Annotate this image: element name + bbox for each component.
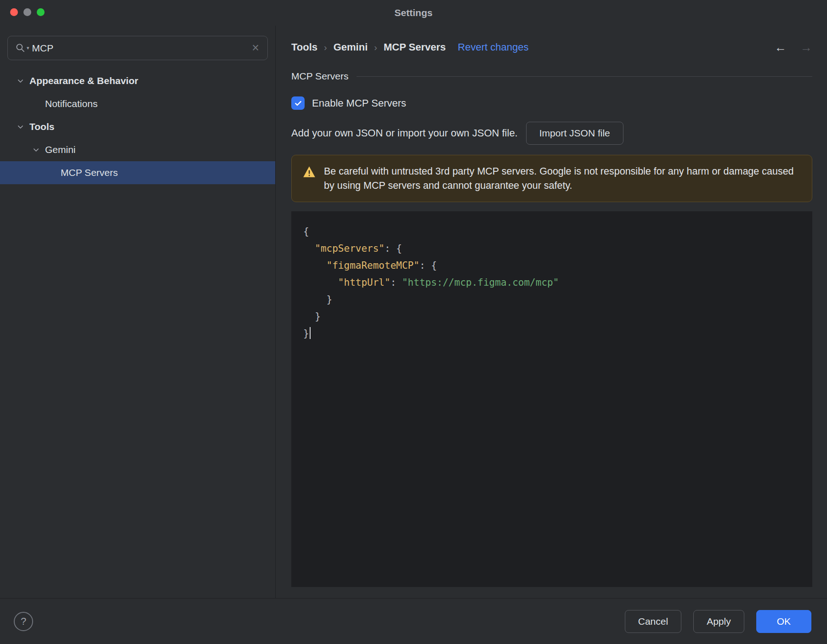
window-title: Settings <box>0 7 827 18</box>
search-box[interactable]: ▾ × <box>7 36 268 60</box>
breadcrumb-tools[interactable]: Tools <box>291 41 317 53</box>
sidebar-item-gemini[interactable]: Gemini <box>0 138 275 161</box>
settings-sidebar: ▾ × Appearance & Behavior Notifications <box>0 26 276 598</box>
sidebar-item-appearance-behavior[interactable]: Appearance & Behavior <box>0 69 275 92</box>
json-editor-content[interactable]: { "mcpServers": { "figmaRemoteMCP": { "h… <box>291 211 812 351</box>
titlebar: Settings <box>0 0 827 26</box>
settings-main-panel: Tools › Gemini › MCP Servers Revert chan… <box>276 26 827 598</box>
enable-mcp-checkbox[interactable] <box>291 96 305 110</box>
chevron-down-icon[interactable] <box>17 123 24 130</box>
chevron-down-icon[interactable] <box>32 146 40 153</box>
history-nav: ← → <box>775 40 812 55</box>
section-divider <box>357 76 812 77</box>
section-title: MCP Servers <box>291 71 348 82</box>
sidebar-item-label: MCP Servers <box>61 167 118 178</box>
minimize-button[interactable] <box>23 8 31 16</box>
zoom-button[interactable] <box>37 8 45 16</box>
settings-window: Settings ▾ × Appea <box>0 0 827 644</box>
json-editor[interactable]: { "mcpServers": { "figmaRemoteMCP": { "h… <box>291 211 812 587</box>
warning-banner: Be careful with untrusted 3rd party MCP … <box>291 155 812 202</box>
ok-button[interactable]: OK <box>756 610 811 633</box>
breadcrumb: Tools › Gemini › MCP Servers Revert chan… <box>291 40 812 55</box>
sidebar-item-label: Gemini <box>45 144 76 155</box>
breadcrumb-mcp-servers: MCP Servers <box>384 41 446 53</box>
sidebar-item-label: Notifications <box>45 98 97 109</box>
search-input[interactable] <box>32 43 249 54</box>
search-options-chevron-icon: ▾ <box>27 45 29 51</box>
chevron-down-icon[interactable] <box>17 77 24 85</box>
breadcrumb-separator-icon: › <box>374 42 377 53</box>
back-arrow-icon[interactable]: ← <box>775 40 787 55</box>
footer-buttons: Cancel Apply OK <box>625 610 811 633</box>
clear-search-icon[interactable]: × <box>251 42 260 54</box>
breadcrumb-gemini[interactable]: Gemini <box>334 41 368 53</box>
forward-arrow-icon[interactable]: → <box>800 40 812 55</box>
revert-changes-link[interactable]: Revert changes <box>458 41 528 53</box>
breadcrumb-separator-icon: › <box>324 42 327 53</box>
import-row: Add your own JSON or import your own JSO… <box>291 122 812 145</box>
warning-icon <box>303 166 316 180</box>
footer-bar: ? Cancel Apply OK <box>0 598 827 644</box>
sidebar-item-notifications[interactable]: Notifications <box>0 92 275 115</box>
import-json-text: Add your own JSON or import your own JSO… <box>291 127 518 139</box>
section-header: MCP Servers <box>291 70 812 83</box>
warning-text: Be careful with untrusted 3rd party MCP … <box>324 164 801 192</box>
sidebar-item-label: Tools <box>29 121 54 132</box>
sidebar-item-label: Appearance & Behavior <box>29 75 138 86</box>
window-body: ▾ × Appearance & Behavior Notifications <box>0 26 827 598</box>
import-json-file-button[interactable]: Import JSON file <box>526 122 623 145</box>
enable-mcp-row[interactable]: Enable MCP Servers <box>291 96 406 110</box>
cancel-button[interactable]: Cancel <box>625 610 681 633</box>
traffic-lights <box>10 8 45 16</box>
enable-mcp-label: Enable MCP Servers <box>312 97 406 109</box>
close-button[interactable] <box>10 8 18 16</box>
help-button[interactable]: ? <box>14 612 33 631</box>
sidebar-item-mcp-servers[interactable]: MCP Servers <box>0 161 275 184</box>
apply-button[interactable]: Apply <box>693 610 744 633</box>
search-icon: ▾ <box>15 43 29 53</box>
sidebar-item-tools[interactable]: Tools <box>0 115 275 138</box>
settings-tree: Appearance & Behavior Notifications Tool… <box>0 69 275 184</box>
